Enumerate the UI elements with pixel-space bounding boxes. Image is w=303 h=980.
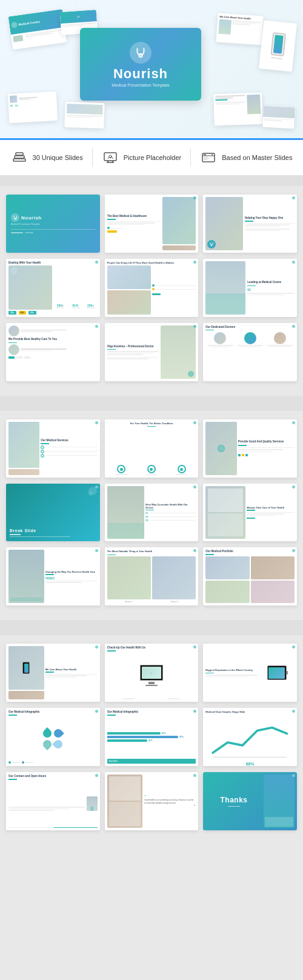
slide-thumb-doctor[interactable]: Olga Keretina – Professional Doctor — [105, 323, 199, 381]
dealing-title: Dealing With Your Health — [8, 261, 98, 264]
slide-thumb-services[interactable]: Our Medical Services — [6, 419, 100, 478]
we-care-title: We Care About Your Health — [45, 668, 98, 671]
slide-thumb-biggest[interactable]: Biggest Reputation in the Whole Country — [203, 644, 297, 702]
svg-rect-4 — [104, 153, 116, 161]
enjoy-title: People Can Enjoy Life If They Have Good … — [107, 261, 196, 264]
svg-rect-1 — [13, 159, 25, 161]
slides-row-9: Our Contact and Open Hours — [6, 772, 297, 830]
slide-indicator-15 — [292, 485, 295, 488]
slide-thumb-quality-services[interactable]: Provide Good And Quality Services — [203, 419, 297, 478]
chart-percent: 88% — [205, 762, 295, 766]
section-gap-1 — [0, 175, 303, 186]
monitor-icon — [102, 152, 119, 164]
slides-row-3: We Provide Best Healthy Care To You — [6, 323, 297, 381]
svg-rect-14 — [204, 158, 210, 159]
slide-thumb-always-care[interactable]: Always Take Care of Your Health — [203, 484, 297, 542]
slide-thumb-quote[interactable]: " Good health is not something we can bu… — [105, 772, 199, 830]
better-condition-title: For Your Health, For Better Condition — [107, 422, 196, 425]
infographic2-title: Our Medical Infographic — [107, 710, 196, 713]
slide-indicator-12 — [292, 421, 295, 424]
slides-row-1: Nourish Medical Presentation Template Th… — [6, 195, 297, 253]
slide-indicator-10 — [95, 421, 98, 424]
slide-thumb-portfolio[interactable]: Our Medical Portfolio — [203, 547, 297, 605]
nourish-slide-title: Nourish — [21, 215, 42, 221]
slide-thumb-infographic2[interactable]: Our Medical Infographic 60% 80% — [105, 708, 199, 766]
slide-thumb-leading[interactable]: Leading at Medical Centre 02 — [203, 259, 297, 317]
slide-indicator-7 — [95, 325, 98, 328]
slides-row-2: Dealing With Your Health 300+ — [6, 259, 297, 317]
checkup-title: Check-Up Our Health With Us — [107, 646, 196, 649]
layers-icon — [11, 152, 28, 164]
slide-thumb-chart[interactable]: Medical Chart Graphic Stage Slide 88% — [203, 708, 297, 766]
nourish-slide-subtitle: Medical Presentation Template — [11, 223, 40, 225]
slide-thumb-enjoy[interactable]: People Can Enjoy Life If They Have Good … — [105, 259, 199, 317]
slide-thumb-we-care[interactable]: We Care About Your Health — [6, 644, 100, 702]
doctor-title: Olga Keretina – Professional Doctor — [107, 345, 159, 348]
feature-master-slides: Based on Master Slides — [200, 152, 292, 164]
slide-thumb-thanks[interactable]: Thanks — [203, 772, 297, 830]
slide-indicator-14 — [193, 485, 196, 488]
hero-scattered-slide-8 — [262, 106, 295, 129]
feature-unique-slides: 30 Unique Slides — [11, 152, 83, 164]
feature-picture-placeholder: Picture Placeholder — [102, 152, 181, 164]
slide-thumb-valuable[interactable]: The Most Valuable Thing is Your Health S… — [105, 547, 199, 605]
consult-title: Best Way Consulate Health With Our Docto… — [145, 503, 196, 509]
slide-thumb-provide-best[interactable]: We Provide Best Healthy Care To You — [6, 323, 100, 381]
slides-section-1: Nourish Medical Presentation Template Th… — [0, 186, 303, 396]
hero-scattered-slide-7 — [213, 93, 263, 126]
slide-indicator-13 — [95, 485, 98, 488]
valuable-title: The Most Valuable Thing is Your Health — [107, 550, 196, 553]
features-bar: 30 Unique Slides Picture Placeholder — [0, 138, 303, 175]
changing-title: Changing the Way You Receive Health Care — [45, 570, 98, 573]
hero-subtitle: Medical Presentation Template — [112, 83, 170, 87]
slide-indicator-3 — [292, 196, 295, 199]
leading-title: Leading at Medical Centre — [247, 281, 295, 284]
slide-thumb-dedicated-doctors[interactable]: Our Dedicated Doctors — [203, 323, 297, 381]
slide-indicator-25 — [95, 774, 98, 777]
hero-title: Nourish — [113, 66, 168, 82]
infographic1-title: Our Medical Infographic — [8, 710, 98, 713]
slide-thumb-consult[interactable]: Best Way Consulate Health With Our Docto… — [105, 484, 199, 542]
contact-title: Our Contact and Open Hours — [8, 775, 98, 778]
dedicated-doctors-title: Our Dedicated Doctors — [205, 325, 295, 328]
slides-row-6: Changing the Way You Receive Health Care… — [6, 547, 297, 605]
svg-rect-15 — [204, 159, 207, 160]
slide-thumb-checkup[interactable]: Check-Up Our Health With Us + — [105, 644, 199, 702]
slide-thumb-dealing[interactable]: Dealing With Your Health 300+ — [6, 259, 100, 317]
slide-thumb-changing[interactable]: Changing the Way You Receive Health Care… — [6, 547, 100, 605]
feature-picture-label: Picture Placeholder — [124, 154, 181, 161]
slide-indicator-22 — [95, 710, 98, 713]
slide-thumb-nourish[interactable]: Nourish Medical Presentation Template — [6, 195, 100, 253]
always-care-title: Always Take Care of Your Health — [247, 506, 295, 509]
break-slide-title: Break Slide — [10, 528, 96, 533]
slide-indicator-1 — [95, 196, 98, 199]
section-gap-3 — [0, 620, 303, 635]
slides-row-5: Break Slide Best Way Consula — [6, 484, 297, 542]
svg-point-12 — [211, 154, 213, 155]
stethoscope-icon — [130, 42, 152, 64]
slides-row-7: We Care About Your Health Check-Up Our H… — [6, 644, 297, 702]
feature-divider-1 — [92, 148, 93, 167]
slides-row-4: Our Medical Services — [6, 419, 297, 478]
phone-mockup — [270, 32, 286, 56]
slide-thumb-better-condition[interactable]: For Your Health, For Better Condition — [105, 419, 199, 478]
svg-rect-13 — [204, 157, 208, 158]
chart-title: Medical Chart Graphic Stage Slide — [205, 710, 295, 713]
slides-section-3: We Care About Your Health Check-Up Our H… — [0, 635, 303, 845]
hero-scattered-slide-5: 03 04 — [8, 92, 58, 123]
hero-scattered-slide-6 — [64, 102, 104, 128]
slide-thumb-break[interactable]: Break Slide — [6, 484, 100, 542]
slide-indicator-9 — [292, 325, 295, 328]
slide-thumb-infographic1[interactable]: Our Medical Infographic — [6, 708, 100, 766]
best-medical-title: The Best Medical & Healthcare — [107, 215, 161, 218]
hero-main-slide: Nourish Medical Presentation Template — [80, 28, 201, 101]
hero-banner: Medical Centre 03 — [0, 0, 303, 138]
slide-indicator-6 — [292, 261, 295, 264]
quote-text: Good health is not something we can buy.… — [144, 799, 195, 804]
slide-thumb-contact[interactable]: Our Contact and Open Hours — [6, 772, 100, 830]
slide-thumb-best-medical[interactable]: The Best Medical & Healthcare — [105, 195, 199, 253]
slides-row-8: Our Medical Infographic — [6, 708, 297, 766]
hero-scattered-slide-3: We Care About Your Health — [216, 13, 263, 45]
slides-section-2: Our Medical Services — [0, 411, 303, 621]
slide-thumb-happy[interactable]: Helping Your Stay Happy One — [203, 195, 297, 253]
